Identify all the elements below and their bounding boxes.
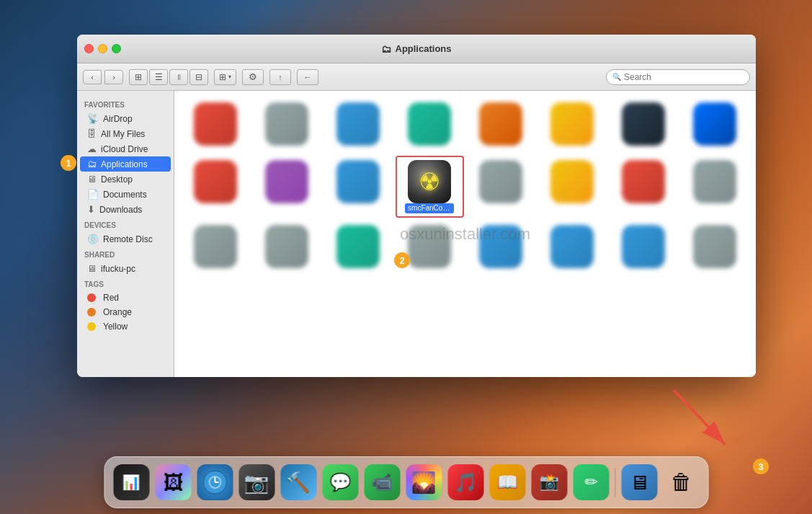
sidebar-item-documents[interactable]: 📄 Documents (80, 187, 171, 202)
close-button[interactable] (84, 44, 94, 53)
app-icon (550, 102, 594, 146)
sidebar-item-tag-orange[interactable]: Orange (80, 305, 171, 319)
shared-pc-icon: 🖥 (87, 263, 97, 274)
icon-view-button[interactable]: ⊞ (129, 69, 148, 85)
dock-item-books[interactable]: 📖 (488, 463, 527, 502)
app-icon (194, 160, 237, 203)
app-item[interactable] (324, 98, 393, 153)
dock-item-photo-slideshow[interactable]: 🖼 (153, 463, 192, 502)
search-input[interactable] (624, 72, 744, 82)
share-button[interactable]: ↑ (269, 69, 291, 85)
app-item[interactable] (680, 98, 749, 153)
cover-flow-button[interactable]: ⊟ (189, 69, 208, 85)
app-icon (550, 160, 594, 203)
desktop-icon: 🖥 (87, 174, 97, 185)
app-item[interactable] (253, 98, 321, 153)
action-button[interactable]: ⚙ (242, 69, 264, 85)
app-item[interactable] (467, 221, 535, 275)
dock-item-quicktime[interactable] (195, 463, 234, 502)
app-item[interactable] (609, 98, 677, 153)
photo-booth-icon: 📸 (531, 464, 567, 500)
app-item[interactable] (467, 156, 535, 218)
facetime-icon: 📹 (364, 464, 400, 500)
app-item[interactable] (609, 156, 677, 218)
favorites-header: Favorites (77, 97, 174, 111)
airdrop-icon: 📡 (87, 113, 99, 124)
music-icon: 🎵 (447, 464, 483, 500)
app-item[interactable] (182, 98, 250, 153)
title-icon: 🗂 (381, 43, 391, 55)
app-item[interactable] (537, 98, 606, 153)
app-item[interactable] (680, 221, 749, 275)
list-view-button[interactable]: ☰ (149, 69, 168, 85)
sidebar-item-desktop[interactable]: 🖥 Desktop (80, 172, 171, 187)
view-buttons: ⊞ ☰ ⫴ ⊟ (129, 69, 208, 85)
step-badge-3: 3 (753, 458, 769, 474)
dock-separator (615, 468, 615, 497)
dock-item-trash[interactable]: 🗑 (661, 463, 700, 502)
window-title: 🗂 Applications (381, 43, 451, 55)
dock-item-messages[interactable]: 💬 (321, 463, 360, 502)
sidebar-item-tag-red[interactable]: Red (80, 291, 171, 305)
dock-item-activity-monitor[interactable]: 📊 (112, 463, 151, 502)
sidebar: Favorites 📡 AirDrop 🗄 All My Files ☁ iCl… (77, 91, 174, 377)
app-item[interactable] (182, 156, 250, 218)
column-view-button[interactable]: ⫴ (169, 69, 188, 85)
app-icon (336, 102, 380, 146)
dock-item-photo-booth[interactable]: 📸 (530, 463, 568, 502)
app-item[interactable] (680, 156, 749, 218)
step-badge-1: 1 (61, 155, 76, 171)
sidebar-item-ifucku[interactable]: 🖥 ifucku-pc (80, 261, 171, 276)
back-button[interactable]: ‹ (83, 70, 102, 84)
finder-icon: 🖥 (621, 464, 657, 500)
app-item[interactable] (396, 98, 464, 153)
app-icon (550, 225, 594, 268)
path-button[interactable]: ← (297, 69, 318, 85)
app-icon (194, 102, 237, 146)
content-area[interactable]: osxuninstaller.com (174, 91, 756, 377)
minimize-button[interactable] (98, 44, 107, 53)
dock-item-xcode[interactable]: 🔨 (279, 463, 318, 502)
app-item[interactable] (467, 98, 535, 153)
dock: 📊 🖼 📷 🔨 💬 📹 🌄 🎵 (104, 456, 708, 508)
sidebar-item-all-my-files[interactable]: 🗄 All My Files (80, 126, 171, 141)
sidebar-item-icloud[interactable]: ☁ iCloud Drive (80, 141, 171, 156)
app-icon (479, 225, 522, 268)
app-item[interactable] (537, 156, 606, 218)
tag-orange-dot (87, 308, 96, 316)
forward-button[interactable]: › (104, 70, 123, 84)
sidebar-item-airdrop[interactable]: 📡 AirDrop (80, 111, 171, 126)
devices-header: Devices (77, 217, 174, 231)
search-bar[interactable]: 🔍 (606, 69, 750, 85)
dock-item-facetime[interactable]: 📹 (362, 463, 401, 502)
title-bar: 🗂 Applications (77, 35, 756, 63)
app-item-smcfancontrol[interactable]: smcFanControl (396, 156, 464, 218)
finder-window: 🗂 Applications ‹ › ⊞ ☰ ⫴ ⊟ ⊞▾ ⚙ ↑ ← 🔍 Fa… (77, 35, 756, 377)
app-item[interactable] (324, 156, 393, 218)
app-item[interactable] (609, 221, 677, 275)
app-icon (693, 102, 736, 146)
dock-item-image-capture[interactable]: 📷 (237, 463, 276, 502)
app-icon (408, 102, 451, 146)
app-item[interactable] (324, 221, 393, 275)
quicktime-icon (197, 464, 233, 500)
dock-item-sketchbook[interactable]: ✏ (571, 463, 610, 502)
dock-item-photos[interactable]: 🌄 (404, 463, 443, 502)
sidebar-item-tag-yellow[interactable]: Yellow (80, 319, 171, 334)
tags-header: Tags (77, 276, 174, 291)
app-item[interactable] (537, 221, 606, 275)
app-item[interactable] (182, 221, 250, 275)
dock-item-music[interactable]: 🎵 (446, 463, 485, 502)
sidebar-item-downloads[interactable]: ⬇ Downloads (80, 202, 171, 217)
sidebar-item-applications[interactable]: 🗂 Applications (80, 156, 171, 172)
activity-monitor-icon: 📊 (113, 464, 149, 500)
app-item[interactable] (253, 221, 321, 275)
maximize-button[interactable] (112, 44, 121, 53)
sidebar-item-remote-disc[interactable]: 💿 Remote Disc (80, 231, 171, 247)
app-item[interactable] (253, 156, 321, 218)
app-icon (693, 225, 736, 268)
app-icon (622, 225, 665, 268)
dock-item-finder[interactable]: 🖥 (620, 463, 659, 502)
sketchbook-icon: ✏ (573, 464, 609, 500)
arrange-button[interactable]: ⊞▾ (214, 69, 236, 85)
